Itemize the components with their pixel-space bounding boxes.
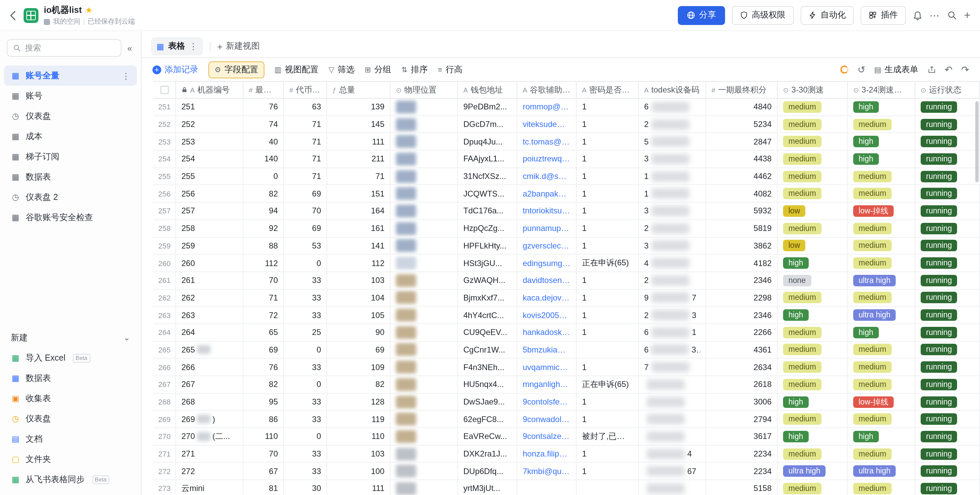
cell-points[interactable]: 5932	[706, 203, 778, 219]
cell-final[interactable]: 82	[243, 185, 284, 202]
cell-s324[interactable]: high	[848, 324, 915, 341]
cell-email[interactable]: gzversclecuniz...	[517, 237, 577, 254]
cell-points[interactable]: 2234	[706, 463, 778, 479]
cell-s324[interactable]: medium	[848, 376, 915, 393]
cell-email[interactable]: 9conwadolyy@...	[517, 411, 577, 428]
more-vertical-icon[interactable]: ⋮	[122, 70, 130, 81]
cell-machine[interactable]: 267	[176, 376, 243, 393]
cell-s330[interactable]: medium	[778, 480, 848, 495]
cell-wallet[interactable]: Dpuq4Ju...	[458, 133, 517, 150]
sidebar-item[interactable]: ▦成本	[4, 126, 137, 147]
cell-coin2[interactable]: 63	[284, 99, 327, 115]
cell-pwd[interactable]: 1	[577, 289, 639, 306]
cell-location[interactable]	[390, 307, 458, 324]
cell-points[interactable]: 5819	[706, 220, 778, 237]
cell-machine[interactable]: 252	[176, 116, 243, 133]
field-config-button[interactable]: ⚙ 字段配置	[208, 61, 264, 78]
view-tab-more-icon[interactable]: ⋮	[189, 41, 197, 51]
cell-location[interactable]	[390, 220, 458, 237]
cell-total[interactable]: 139	[327, 99, 390, 115]
cell-location[interactable]	[390, 255, 458, 271]
cell-final[interactable]: 40	[243, 133, 284, 150]
cell-s330[interactable]: medium	[778, 289, 848, 306]
row-index-cell[interactable]: 254	[153, 150, 176, 167]
row-index-cell[interactable]: 267	[153, 376, 176, 393]
new-section-toggle[interactable]: 新建 ⌄	[0, 327, 141, 348]
cell-coin2[interactable]: 33	[284, 307, 327, 324]
cell-total[interactable]: 103	[327, 446, 390, 462]
cell-s330[interactable]: medium	[778, 185, 848, 202]
cell-todesk[interactable]: 3	[639, 203, 706, 219]
sort-button[interactable]: ⇅ 排序	[401, 64, 428, 75]
email-link[interactable]: 7kmbi@queen...	[523, 467, 571, 476]
cell-location[interactable]	[390, 289, 458, 306]
cell-pwd[interactable]: 1	[577, 272, 639, 289]
cell-pwd[interactable]: 1	[577, 203, 639, 219]
cell-s324[interactable]: ultra high	[848, 307, 915, 324]
vertical-scrollbar[interactable]	[975, 101, 978, 182]
cell-email[interactable]: hankadoskarov...	[517, 324, 577, 341]
row-index-cell[interactable]: 253	[153, 133, 176, 150]
cell-s324[interactable]: ultra high	[848, 272, 915, 289]
column-header-final[interactable]: #最终代...	[243, 82, 284, 98]
cell-final[interactable]: 110	[243, 428, 284, 445]
email-link[interactable]: rommop@sezn...	[523, 102, 571, 112]
cell-points[interactable]: 4361	[706, 342, 778, 358]
breadcrumb-space[interactable]: 我的空间	[53, 17, 80, 26]
column-header-total[interactable]: ƒ总量	[327, 82, 390, 98]
cell-todesk[interactable]: 3	[639, 237, 706, 254]
cell-s330[interactable]: medium	[778, 168, 848, 185]
cell-coin2[interactable]: 71	[284, 150, 327, 167]
cell-final[interactable]: 95	[243, 393, 284, 410]
cell-wallet[interactable]: HSt3jGU...	[458, 255, 517, 271]
row-index-cell[interactable]: 269	[153, 411, 176, 428]
cell-coin2[interactable]: 25	[284, 324, 327, 341]
email-link[interactable]: hankadoskarov...	[523, 328, 571, 337]
column-header-s324[interactable]: ⊙3-24测速结果	[848, 82, 915, 98]
cell-points[interactable]: 2794	[706, 411, 778, 428]
cell-location[interactable]	[390, 376, 458, 393]
cell-pwd[interactable]: 1	[577, 463, 639, 479]
cell-total[interactable]: 112	[327, 255, 390, 271]
cell-email[interactable]: poiuztrewqasy...	[517, 150, 577, 167]
cell-total[interactable]: 211	[327, 150, 390, 167]
cell-coin2[interactable]: 33	[284, 359, 327, 375]
generate-form-button[interactable]: ▤ 生成表单	[874, 64, 918, 75]
cell-status[interactable]: running	[915, 463, 980, 479]
add-button[interactable]: +	[964, 8, 970, 22]
cell-s330[interactable]: medium	[778, 376, 848, 393]
cell-pwd[interactable]: 正在申诉(65)	[577, 255, 639, 271]
cell-final[interactable]: 92	[243, 220, 284, 237]
cell-final[interactable]: 140	[243, 150, 284, 167]
row-index-cell[interactable]: 256	[153, 185, 176, 202]
cell-final[interactable]: 76	[243, 359, 284, 375]
cell-coin2[interactable]: 33	[284, 393, 327, 410]
cell-email[interactable]: 9contolsfestpil...	[517, 393, 577, 410]
cell-points[interactable]: 4182	[706, 255, 778, 271]
cell-wallet[interactable]: 31NcfXSz...	[458, 168, 517, 185]
cell-todesk[interactable]	[639, 428, 706, 445]
cell-final[interactable]: 70	[243, 272, 284, 289]
cell-final[interactable]: 76	[243, 99, 284, 115]
cell-points[interactable]: 4082	[706, 185, 778, 202]
cell-location[interactable]	[390, 133, 458, 150]
cell-coin2[interactable]: 30	[284, 480, 327, 495]
cell-pwd[interactable]: 1	[577, 237, 639, 254]
cell-location[interactable]	[390, 168, 458, 185]
row-index-cell[interactable]: 266	[153, 359, 176, 375]
cell-s330[interactable]: high	[778, 393, 848, 410]
cell-machine[interactable]: 266	[176, 359, 243, 375]
cell-s330[interactable]: medium	[778, 150, 848, 167]
cell-final[interactable]: 112	[243, 255, 284, 271]
sidebar-item[interactable]: ▦谷歌账号安全检查	[4, 207, 137, 228]
row-index-cell[interactable]: 273	[153, 480, 176, 495]
cell-wallet[interactable]: 62egFC8...	[458, 411, 517, 428]
cell-todesk[interactable]: 61	[639, 324, 706, 341]
email-link[interactable]: cmik.d@sezna...	[523, 171, 571, 181]
cell-s330[interactable]: low	[778, 237, 848, 254]
cell-coin2[interactable]: 69	[284, 185, 327, 202]
email-link[interactable]: 9conwadolyy@...	[523, 414, 571, 424]
cell-final[interactable]: 69	[243, 342, 284, 358]
cell-wallet[interactable]: TdC176a...	[458, 203, 517, 219]
cell-s330[interactable]: medium	[778, 324, 848, 341]
